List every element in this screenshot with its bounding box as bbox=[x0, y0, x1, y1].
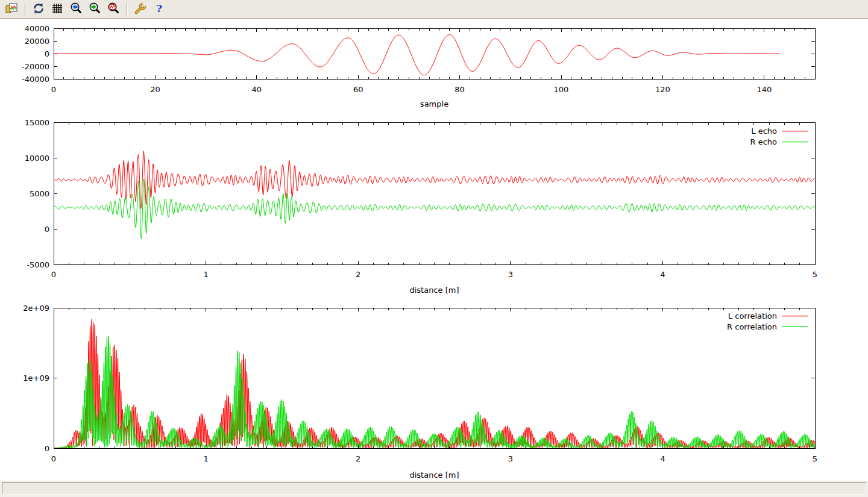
plot-frame bbox=[54, 308, 815, 448]
grid-icon bbox=[51, 2, 64, 17]
zoom-next-button[interactable] bbox=[87, 1, 102, 17]
grid-toggle-button[interactable] bbox=[49, 1, 65, 17]
status-bar bbox=[0, 481, 868, 497]
config-button[interactable] bbox=[133, 1, 148, 17]
wrench-icon bbox=[134, 2, 147, 17]
svg-text:1: 1 bbox=[203, 270, 208, 279]
svg-text:5000: 5000 bbox=[30, 189, 49, 198]
svg-text:20: 20 bbox=[150, 85, 160, 94]
zoom-fit-icon bbox=[107, 2, 120, 17]
zoom-fit-button[interactable] bbox=[105, 1, 121, 17]
series-l-correlation bbox=[54, 319, 815, 449]
zoom-previous-icon bbox=[69, 2, 83, 17]
svg-text:80: 80 bbox=[454, 85, 465, 94]
svg-text:2: 2 bbox=[356, 454, 360, 463]
replot-icon bbox=[32, 2, 45, 17]
svg-text:R echo: R echo bbox=[750, 137, 777, 146]
series-r-correlation bbox=[54, 336, 815, 448]
svg-text:0: 0 bbox=[51, 85, 56, 94]
svg-text:0: 0 bbox=[51, 270, 56, 279]
status-text bbox=[2, 482, 866, 495]
x-axis-title: distance [m] bbox=[409, 470, 459, 480]
svg-text:120: 120 bbox=[655, 85, 670, 94]
svg-text:?: ? bbox=[156, 2, 162, 14]
toolbar-separator bbox=[25, 3, 25, 15]
svg-text:1e+09: 1e+09 bbox=[23, 374, 49, 383]
svg-text:distance [m]: distance [m] bbox=[409, 470, 459, 480]
export-plot-icon bbox=[5, 2, 18, 17]
series-r-echo bbox=[54, 179, 815, 239]
svg-text:5: 5 bbox=[813, 270, 817, 279]
sample-waveform-chart[interactable]: 020406080100120140-40000-200000200004000… bbox=[0, 19, 868, 115]
svg-text:distance [m]: distance [m] bbox=[409, 286, 459, 295]
svg-text:60: 60 bbox=[353, 85, 363, 94]
export-plot-button[interactable] bbox=[4, 1, 19, 17]
svg-text:5: 5 bbox=[813, 454, 817, 463]
help-button[interactable]: ? bbox=[151, 1, 167, 17]
svg-text:-20000: -20000 bbox=[22, 62, 49, 71]
svg-text:40: 40 bbox=[252, 85, 262, 94]
zoom-next-icon bbox=[88, 2, 101, 17]
svg-text:10000: 10000 bbox=[25, 154, 49, 163]
series-l-echo bbox=[54, 151, 815, 208]
svg-text:100: 100 bbox=[554, 85, 569, 94]
svg-text:-40000: -40000 bbox=[22, 75, 49, 84]
zoom-previous-button[interactable] bbox=[68, 1, 84, 17]
plot-frame bbox=[54, 122, 815, 264]
tick-labels: 01234501e+092e+09 bbox=[23, 304, 817, 463]
help-icon: ? bbox=[153, 2, 166, 17]
toolbar: ? bbox=[0, 0, 868, 19]
svg-text:4: 4 bbox=[660, 454, 665, 463]
legend: L echoR echo bbox=[750, 127, 808, 146]
svg-text:R correlation: R correlation bbox=[727, 322, 777, 331]
svg-text:2: 2 bbox=[356, 270, 360, 279]
replot-button[interactable] bbox=[31, 1, 46, 17]
x-axis-title: distance [m] bbox=[409, 286, 459, 295]
svg-text:3: 3 bbox=[508, 270, 513, 279]
svg-text:-5000: -5000 bbox=[27, 260, 49, 269]
legend: L correlationR correlation bbox=[727, 311, 808, 331]
tick-labels: 020406080100120140-40000-200000200004000… bbox=[22, 24, 772, 94]
svg-text:3: 3 bbox=[508, 454, 513, 463]
svg-text:20000: 20000 bbox=[25, 37, 49, 46]
svg-text:L echo: L echo bbox=[751, 127, 777, 136]
svg-text:4: 4 bbox=[660, 270, 665, 279]
svg-text:0: 0 bbox=[45, 49, 49, 58]
svg-text:140: 140 bbox=[756, 85, 772, 94]
plot-canvas: 020406080100120140-40000-200000200004000… bbox=[0, 19, 868, 481]
series-signal bbox=[54, 35, 779, 75]
svg-text:2e+09: 2e+09 bbox=[23, 304, 49, 313]
echo-chart[interactable]: 012345-5000050001000015000distance [m]L … bbox=[0, 115, 868, 301]
svg-text:0: 0 bbox=[45, 225, 49, 234]
svg-text:40000: 40000 bbox=[25, 24, 49, 33]
svg-text:0: 0 bbox=[45, 444, 49, 453]
toolbar-separator bbox=[127, 3, 127, 15]
tick-labels: 012345-5000050001000015000 bbox=[25, 118, 818, 279]
svg-text:1: 1 bbox=[203, 454, 208, 463]
correlation-chart[interactable]: 01234501e+092e+09distance [m]L correlati… bbox=[0, 301, 868, 481]
svg-text:L correlation: L correlation bbox=[728, 311, 777, 320]
svg-text:15000: 15000 bbox=[25, 118, 49, 127]
svg-text:0: 0 bbox=[51, 454, 56, 463]
svg-text:sample: sample bbox=[420, 99, 448, 108]
x-axis-title: sample bbox=[420, 99, 448, 108]
